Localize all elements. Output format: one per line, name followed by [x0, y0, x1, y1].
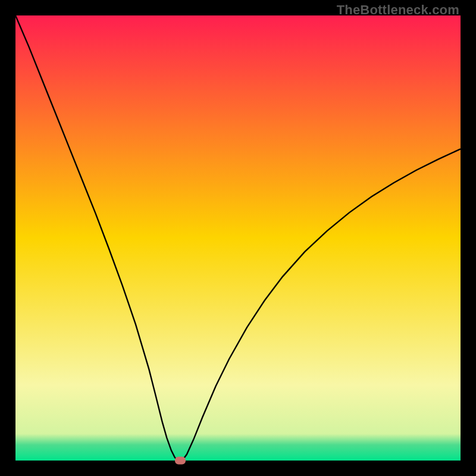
bottleneck-plot [15, 15, 461, 461]
gradient-background [15, 15, 461, 461]
watermark-text: TheBottleneck.com [337, 2, 459, 18]
chart-frame [15, 15, 461, 461]
optimal-point-marker [175, 457, 186, 465]
